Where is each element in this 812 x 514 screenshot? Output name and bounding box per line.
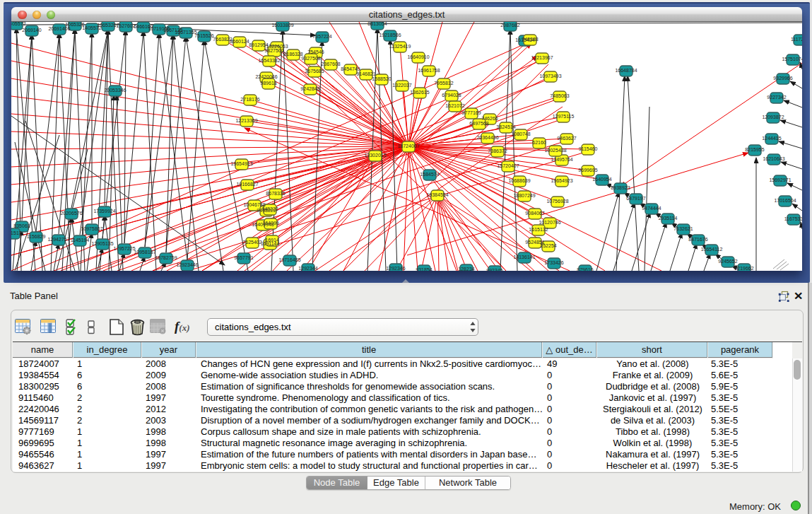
svg-text:1145194: 1145194 [71, 238, 90, 243]
svg-text:9227342: 9227342 [767, 95, 786, 100]
svg-text:7386372: 7386372 [488, 148, 507, 153]
svg-text:13495764: 13495764 [551, 157, 572, 162]
svg-text:12942757: 12942757 [47, 237, 69, 242]
svg-text:10975867: 10975867 [81, 226, 102, 231]
svg-text:14136141: 14136141 [513, 255, 535, 259]
svg-text:12905135: 12905135 [91, 241, 113, 246]
svg-text:12213369: 12213369 [235, 118, 257, 123]
svg-text:16210643: 16210643 [763, 156, 784, 161]
svg-text:7632621: 7632621 [673, 226, 693, 231]
svg-text:8471676: 8471676 [688, 237, 707, 242]
svg-text:20364436: 20364436 [476, 135, 498, 140]
svg-text:12923446: 12923446 [176, 262, 198, 267]
svg-text:9329966: 9329966 [773, 76, 792, 81]
svg-text:18807249: 18807249 [513, 193, 535, 198]
svg-text:164099: 164099 [262, 221, 278, 226]
svg-text:20053346: 20053346 [104, 88, 126, 93]
svg-text:1621072: 1621072 [445, 103, 464, 108]
svg-text:391517: 391517 [11, 230, 22, 235]
svg-text:10958187: 10958187 [134, 250, 155, 255]
svg-text:10756928: 10756928 [546, 199, 568, 204]
svg-text:9657791: 9657791 [234, 255, 253, 260]
svg-text:10025438: 10025438 [544, 148, 566, 153]
svg-text:19654923: 19654923 [551, 178, 572, 183]
svg-text:19716485: 19716485 [278, 257, 300, 262]
svg-text:20691406: 20691406 [48, 26, 70, 31]
svg-text:879616: 879616 [577, 267, 593, 271]
svg-text:13302015: 13302015 [364, 153, 386, 158]
svg-text:17957225: 17957225 [113, 246, 135, 251]
svg-text:1322037: 1322037 [392, 83, 411, 88]
svg-text:12975115: 12975115 [553, 114, 575, 119]
svg-text:6497568: 6497568 [469, 121, 488, 126]
svg-text:10688639: 10688639 [508, 178, 530, 183]
svg-text:948222: 948222 [261, 206, 278, 211]
svg-text:17016504: 17016504 [774, 198, 796, 203]
svg-text:7485063: 7485063 [550, 93, 569, 98]
svg-text:10973493: 10973493 [539, 74, 561, 78]
svg-text:1584574: 1584574 [420, 172, 439, 177]
svg-text:6479197: 6479197 [626, 196, 645, 201]
svg-text:19166827: 19166827 [236, 182, 258, 187]
svg-text:835061: 835061 [13, 223, 30, 228]
svg-text:931854: 931854 [416, 267, 432, 271]
svg-text:8678335: 8678335 [266, 191, 285, 196]
svg-text:1080748: 1080748 [511, 132, 530, 136]
svg-text:9327508: 9327508 [301, 56, 320, 61]
svg-text:7515526: 7515526 [194, 33, 213, 38]
svg-text:11325419: 11325419 [389, 44, 411, 49]
svg-text:128234: 128234 [458, 267, 474, 271]
svg-text:8938923: 8938923 [611, 185, 630, 190]
svg-text:19218586: 19218586 [379, 33, 401, 37]
svg-text:746266: 746266 [481, 116, 498, 121]
svg-text:9242848: 9242848 [300, 86, 319, 91]
svg-text:992345: 992345 [486, 268, 502, 271]
svg-text:1527602: 1527602 [116, 23, 135, 28]
svg-text:7357224: 7357224 [312, 34, 331, 39]
svg-text:12093872: 12093872 [762, 115, 784, 119]
svg-text:8813054: 8813054 [367, 22, 387, 26]
svg-text:8454749: 8454749 [341, 66, 360, 71]
svg-text:1588520: 1588520 [372, 76, 391, 81]
svg-text:16671355: 16671355 [175, 30, 196, 35]
svg-text:989618: 989618 [260, 81, 276, 86]
svg-text:1615132: 1615132 [529, 227, 548, 232]
svg-text:3675685: 3675685 [305, 69, 324, 74]
svg-text:9699695: 9699695 [578, 168, 597, 173]
svg-text:16961758: 16961758 [418, 68, 440, 73]
svg-text:10120746: 10120746 [539, 220, 560, 225]
svg-text:9219662: 9219662 [734, 266, 753, 271]
svg-text:8215955: 8215955 [745, 147, 764, 152]
svg-text:1362615: 1362615 [410, 90, 429, 95]
svg-text:19654913: 19654913 [230, 161, 252, 166]
svg-text:2069140: 2069140 [22, 28, 41, 33]
svg-text:9084067: 9084067 [525, 211, 544, 216]
svg-text:20206576: 20206576 [60, 211, 82, 216]
svg-text:1292344: 1292344 [298, 266, 317, 271]
svg-text:7955812: 7955812 [434, 81, 453, 86]
svg-text:2367608: 2367608 [321, 62, 340, 66]
svg-text:15720407: 15720407 [497, 163, 519, 168]
svg-text:16033809: 16033809 [271, 23, 293, 28]
svg-text:62160: 62160 [532, 140, 546, 145]
svg-text:3824514: 3824514 [496, 124, 515, 129]
svg-text:9146821: 9146821 [356, 71, 375, 76]
svg-text:9474444: 9474444 [642, 206, 661, 211]
svg-text:1405572: 1405572 [11, 22, 26, 26]
svg-text:6794028: 6794028 [442, 93, 461, 98]
svg-text:1244415: 1244415 [762, 136, 781, 141]
svg-text:16782759: 16782759 [155, 255, 177, 260]
svg-text:9115460: 9115460 [579, 146, 598, 151]
svg-text:8186328: 8186328 [283, 52, 302, 57]
svg-text:16543382: 16543382 [258, 58, 280, 63]
svg-text:16648784: 16648784 [615, 68, 637, 73]
svg-text:15751074: 15751074 [782, 57, 802, 62]
svg-text:18724007: 18724007 [397, 144, 419, 148]
svg-text:1156829: 1156829 [27, 234, 46, 239]
svg-text:19384554: 19384554 [426, 192, 448, 197]
svg-text:16914: 16914 [265, 238, 279, 243]
svg-text:252254: 252254 [540, 243, 556, 248]
svg-text:7625402: 7625402 [242, 240, 261, 245]
svg-text:9245652: 9245652 [718, 259, 737, 264]
svg-text:1117261: 1117261 [791, 37, 802, 42]
